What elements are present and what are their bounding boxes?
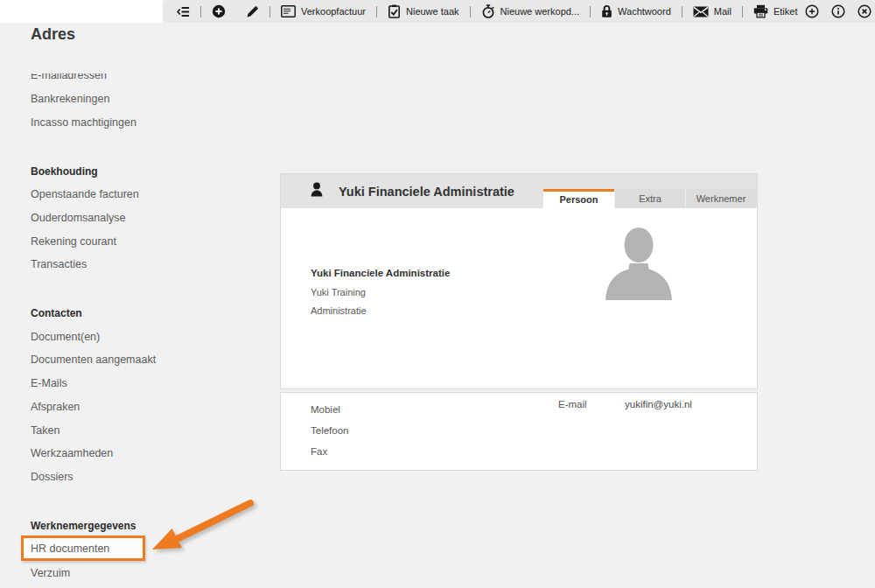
contact-card-header: Yuki Financiele Administratie Persoon Ex…	[281, 174, 757, 208]
email-value: yukifin@yuki.nl	[625, 399, 692, 410]
sidebar-item-emails[interactable]: E-Mails	[31, 376, 67, 390]
sidebar-item-documenten-aangemaakt[interactable]: Documenten aangemaakt	[31, 353, 156, 367]
sidebar-item-hr-documenten[interactable]: HR documenten	[31, 542, 109, 556]
toolbar-separator	[590, 6, 591, 18]
contact-details-panel: Mobiel Telefoon Fax E-mail yukifin@yuki.…	[280, 392, 758, 471]
toolbar: Verkoopfactuur Nieuwe taak Nieuwe werkop…	[163, 0, 875, 23]
toolbar-separator	[376, 6, 377, 18]
sidebar-item-werkzaamheden[interactable]: Werkzaamheden	[31, 446, 113, 460]
card-title: Yuki Financiele Administratie	[339, 185, 514, 199]
toolbar-separator	[682, 6, 682, 18]
sales-invoice-button[interactable]: Verkoopfactuur	[281, 5, 366, 18]
new-task-button[interactable]: Nieuwe taak	[388, 4, 459, 18]
invoice-icon	[281, 5, 296, 18]
label-button[interactable]: Etiket	[753, 4, 798, 18]
sidebar-section-boekhouding: Boekhouding	[31, 164, 98, 178]
avatar	[599, 222, 678, 300]
sidebar-item-openstaande-facturen[interactable]: Openstaande facturen	[31, 187, 139, 201]
page-title: Adres	[31, 25, 75, 44]
info-circle-icon[interactable]	[831, 4, 845, 18]
toolbar-button-label: Nieuwe werkopd...	[500, 6, 580, 17]
tab-persoon[interactable]: Persoon	[543, 189, 614, 208]
sidebar-item-afspraken[interactable]: Afspraken	[31, 400, 80, 414]
hr-documenten-highlight-box: HR documenten	[21, 536, 145, 561]
mail-icon	[693, 6, 709, 18]
mail-button[interactable]: Mail	[693, 6, 732, 18]
contact-card: Yuki Financiele Administratie Persoon Ex…	[280, 173, 758, 389]
password-button[interactable]: Wachtwoord	[601, 4, 671, 18]
sidebar-item-bankrekeningen[interactable]: Bankrekeningen	[31, 92, 109, 106]
toolbar-button-label: Wachtwoord	[618, 6, 671, 17]
new-task-icon	[388, 4, 401, 18]
profile-name: Yuki Financiele Administratie	[311, 267, 450, 280]
tab-werknemer[interactable]: Werknemer	[685, 189, 756, 208]
toolbar-button-label: Etiket	[774, 6, 798, 17]
sidebar-item-rekening-courant[interactable]: Rekening courant	[31, 234, 116, 248]
add-circle-icon	[212, 4, 226, 18]
toolbar-button-label: Nieuwe taak	[406, 6, 459, 17]
plus-circle-icon[interactable]	[805, 4, 819, 18]
profile-block: Yuki Financiele Administratie Yuki Train…	[311, 267, 450, 317]
edit-button[interactable]	[246, 5, 259, 18]
sidebar-item-documenten[interactable]: Document(en)	[31, 330, 100, 344]
sidebar-item-ouderdomsanalyse[interactable]: Ouderdomsanalyse	[31, 211, 125, 225]
toolbar-separator	[742, 6, 743, 18]
collapse-menu-button[interactable]	[177, 5, 190, 18]
toolbar-separator	[470, 6, 471, 18]
sidebar-item-incasso-machtigingen[interactable]: Incasso machtigingen	[31, 116, 136, 130]
new-workorder-icon	[481, 4, 495, 18]
sidebar-item-verzuim[interactable]: Verzuim	[31, 566, 70, 580]
profile-organisation: Yuki Training	[311, 286, 450, 298]
sidebar-item-taken[interactable]: Taken	[31, 424, 60, 438]
collapse-menu-icon	[177, 5, 190, 18]
phone-label: Telefoon	[311, 425, 348, 436]
close-circle-icon[interactable]	[858, 4, 872, 18]
toolbar-button-label: Mail	[714, 6, 732, 17]
toolbar-separator	[200, 6, 201, 18]
sidebar-item-dossiers[interactable]: Dossiers	[31, 470, 74, 484]
mobile-label: Mobiel	[311, 404, 340, 415]
sidebar-section-contacten: Contacten	[31, 306, 82, 320]
sidebar-scroll-fade	[24, 61, 143, 74]
person-icon	[311, 182, 323, 200]
sidebar-item-transacties[interactable]: Transacties	[31, 257, 87, 271]
toolbar-button-label: Verkoopfactuur	[301, 6, 366, 17]
add-button[interactable]	[212, 4, 226, 18]
toolbar-separator	[270, 6, 270, 18]
fax-label: Fax	[311, 446, 327, 457]
card-tabs: Persoon Extra Werknemer	[543, 189, 756, 208]
edit-pencil-icon	[246, 5, 259, 18]
profile-department: Administratie	[311, 304, 450, 317]
window-controls	[805, 4, 872, 18]
sidebar-section-werknemergegevens: Werknemergegevens	[31, 519, 136, 533]
tab-extra[interactable]: Extra	[614, 189, 685, 208]
password-lock-icon	[601, 4, 612, 18]
top-left-strip	[0, 0, 163, 23]
yuki-app-window: Verkoopfactuur Nieuwe taak Nieuwe werkop…	[0, 0, 875, 588]
annotation-arrow-icon	[138, 494, 256, 557]
new-workorder-button[interactable]: Nieuwe werkopd...	[481, 4, 580, 18]
contact-card-body: Yuki Financiele Administratie Yuki Train…	[281, 208, 757, 388]
label-printer-icon	[753, 4, 768, 18]
email-label: E-mail	[558, 399, 587, 410]
